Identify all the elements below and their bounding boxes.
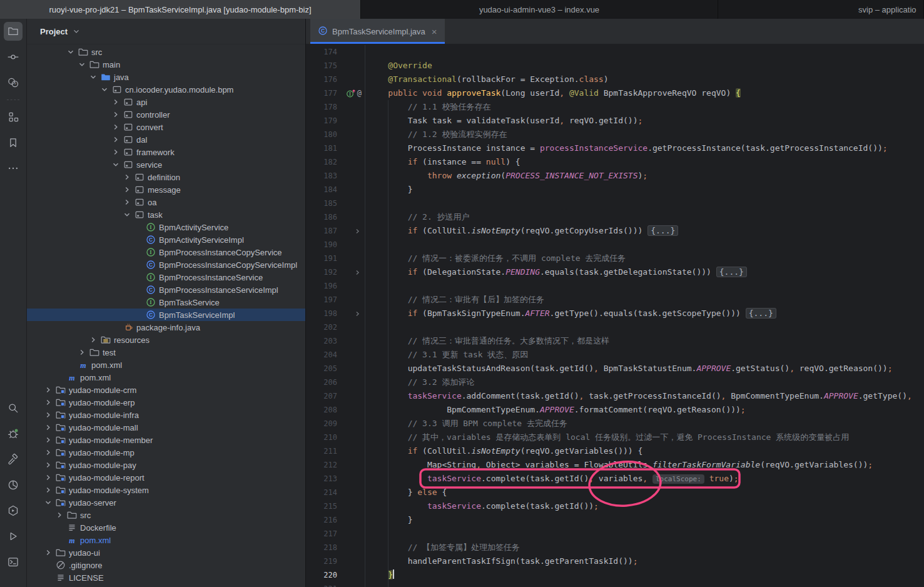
chevron-right-icon[interactable]	[109, 110, 122, 120]
code-line[interactable]: 205 updateTaskStatusAndReason(task.getId…	[306, 362, 924, 375]
tree-item[interactable]: yudao-ui	[27, 546, 305, 559]
code-text[interactable]: @Override	[365, 59, 924, 73]
tree-item[interactable]: yudao-module-crm	[27, 384, 305, 396]
tree-item[interactable]: CBpmProcessInstanceServiceImpl	[27, 283, 305, 296]
code-text[interactable]: // 其中，variables 是存储动态表单到 local 任务级别。过滤一下…	[365, 431, 924, 444]
pull-requests-icon[interactable]: ?	[4, 73, 23, 92]
tree-item[interactable]: IBpmActivityService	[27, 221, 305, 233]
code-editor[interactable]: 174175 @Override176 @Transactional(rollb…	[306, 44, 924, 587]
tree-item[interactable]: controller	[27, 108, 305, 121]
line-number[interactable]: 204	[306, 348, 337, 362]
tree-item[interactable]: mpom.xml	[27, 359, 305, 371]
line-number[interactable]: 174	[306, 45, 337, 59]
code-line[interactable]: 206 // 3.2 添加评论	[306, 375, 924, 389]
chevron-right-icon[interactable]	[42, 485, 54, 495]
code-text[interactable]: throw exception(PROCESS_INSTANCE_NOT_EXI…	[365, 169, 924, 183]
implements-gutter-icon[interactable]: I@	[337, 86, 365, 100]
services-icon[interactable]	[4, 501, 23, 520]
chevron-right-icon[interactable]	[109, 135, 122, 145]
line-number[interactable]: 202	[306, 320, 337, 334]
tree-item[interactable]: {lombok.config	[27, 584, 305, 587]
tree-item[interactable]: src	[27, 46, 305, 58]
line-number[interactable]: 218	[306, 541, 337, 554]
code-text[interactable]: taskService.complete(task.getId(), varia…	[365, 472, 924, 486]
tree-item[interactable]: convert	[27, 121, 305, 133]
line-number[interactable]: 187	[306, 224, 337, 238]
code-text[interactable]: // 情况三：审批普通的任务。大多数情况下，都是这样	[365, 334, 924, 348]
chevron-right-icon[interactable]	[53, 510, 66, 520]
chevron-right-icon[interactable]	[87, 335, 99, 345]
code-text[interactable]: if (CollUtil.isNotEmpty(reqVO.getVariabl…	[365, 444, 924, 458]
line-number[interactable]: 190	[306, 238, 337, 252]
code-line[interactable]: 218 // 【加签专属】处理加签任务	[306, 541, 924, 554]
chevron-down-icon[interactable]	[98, 84, 111, 94]
chevron-right-icon[interactable]	[42, 397, 54, 407]
line-number[interactable]: 181	[306, 141, 337, 155]
tree-item[interactable]: yudao-module-erp	[27, 396, 305, 409]
tree-item[interactable]: yudao-module-mall	[27, 421, 305, 434]
code-text[interactable]: // 3.2 添加评论	[365, 375, 924, 389]
code-line[interactable]: 196	[306, 279, 924, 293]
line-number[interactable]: 198	[306, 307, 337, 320]
tree-item[interactable]: yudao-module-report	[27, 471, 305, 484]
line-number[interactable]: 207	[306, 389, 337, 403]
code-text[interactable]: Task task = validateTask(userId, reqVO.g…	[365, 114, 924, 128]
tree-item[interactable]: yudao-module-mp	[27, 446, 305, 459]
line-number[interactable]: 216	[306, 513, 337, 527]
tree-item[interactable]: mpom.xml	[27, 371, 305, 384]
chevron-right-icon[interactable]	[42, 460, 54, 470]
window-tab[interactable]: ruoyi-vue-pro-jdk21 – BpmTaskServiceImpl…	[0, 0, 361, 19]
code-line[interactable]: 191 // 情况一：被委派的任务，不调用 complete 去完成任务	[306, 252, 924, 265]
code-text[interactable]: // 【加签专属】处理加签任务	[365, 541, 924, 554]
structure-icon[interactable]	[4, 108, 23, 126]
code-text[interactable]	[365, 197, 924, 210]
code-line[interactable]: 212 Map<String, Object> variables = Flow…	[306, 458, 924, 472]
tree-item[interactable]: CBpmActivityServiceImpl	[27, 233, 305, 246]
chevron-down-icon[interactable]	[76, 59, 88, 69]
code-line[interactable]: 176 @Transactional(rollbackFor = Excepti…	[306, 73, 924, 86]
folded-region[interactable]: {...}	[647, 225, 678, 236]
chevron-down-icon[interactable]	[42, 498, 54, 508]
code-text[interactable]: if (instance == null) {	[365, 155, 924, 169]
code-line[interactable]: 190	[306, 238, 924, 252]
code-line[interactable]: 213 taskService.complete(task.getId(), v…	[306, 472, 924, 486]
line-number[interactable]: 203	[306, 334, 337, 348]
build-icon[interactable]	[4, 450, 23, 469]
chevron-down-icon[interactable]	[121, 210, 133, 220]
tree-item[interactable]: resources	[27, 334, 305, 346]
code-line[interactable]: 208 BpmCommentTypeEnum.APPROVE.formatCom…	[306, 403, 924, 417]
tree-item[interactable]: main	[27, 58, 305, 71]
tree-item[interactable]: package-info.java	[27, 321, 305, 334]
profiler-icon[interactable]	[4, 476, 23, 494]
chevron-right-icon[interactable]	[121, 197, 133, 207]
project-icon[interactable]	[4, 22, 23, 41]
line-number[interactable]: 221	[306, 582, 337, 587]
tree-item[interactable]: api	[27, 96, 305, 108]
code-text[interactable]: // 情况一：被委派的任务，不调用 complete 去完成任务	[365, 252, 924, 265]
code-line[interactable]: 178 // 1.1 校验任务存在	[306, 100, 924, 114]
code-text[interactable]	[365, 582, 924, 587]
line-number[interactable]: 180	[306, 128, 337, 141]
line-number[interactable]: 184	[306, 183, 337, 197]
code-line[interactable]: 202	[306, 320, 924, 334]
code-line[interactable]: 207 taskService.addComment(task.getId(),…	[306, 389, 924, 403]
code-text[interactable]: handleParentTaskIfSign(task.getParentTas…	[365, 554, 924, 568]
code-line[interactable]: 217	[306, 527, 924, 541]
code-line[interactable]: 211 if (CollUtil.isNotEmpty(reqVO.getVar…	[306, 444, 924, 458]
line-number[interactable]: 185	[306, 197, 337, 210]
code-line[interactable]: 221	[306, 582, 924, 587]
window-tab[interactable]: yudao-ui-admin-vue3 – index.vue	[361, 0, 718, 19]
tree-item[interactable]: CBpmTaskServiceImpl	[27, 309, 305, 321]
code-text[interactable]: updateTaskStatusAndReason(task.getId(), …	[365, 362, 924, 375]
code-line[interactable]: 179 Task task = validateTask(userId, req…	[306, 114, 924, 128]
tree-item[interactable]: CBpmProcessInstanceCopyServiceImpl	[27, 258, 305, 271]
code-text[interactable]	[365, 320, 924, 334]
chevron-right-icon[interactable]	[42, 472, 54, 482]
code-line[interactable]: 210 // 其中，variables 是存储动态表单到 local 任务级别。…	[306, 431, 924, 444]
code-line[interactable]: 219 handleParentTaskIfSign(task.getParen…	[306, 554, 924, 568]
tree-item[interactable]: yudao-server	[27, 496, 305, 509]
project-panel-header[interactable]: Project	[27, 19, 305, 44]
debug-icon[interactable]	[4, 424, 23, 443]
code-text[interactable]: if (BpmTaskSignTypeEnum.AFTER.getType().…	[365, 307, 924, 320]
tree-item[interactable]: oa	[27, 196, 305, 208]
